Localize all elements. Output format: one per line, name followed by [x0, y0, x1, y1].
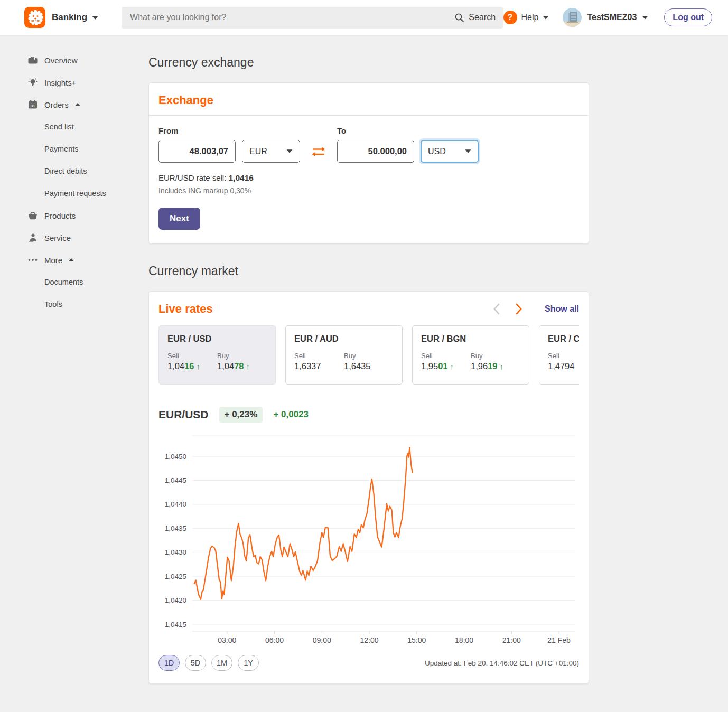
sidebar-item-label: Orders	[44, 100, 69, 109]
page-title: Currency exchange	[148, 55, 589, 70]
sidebar-item-insights[interactable]: Insights+	[0, 71, 148, 93]
range-1y-button[interactable]: 1Y	[238, 655, 259, 671]
range-5d-button[interactable]: 5D	[185, 655, 206, 671]
lightbulb-icon	[27, 77, 38, 88]
rates-carousel: EUR / USD Sell 1,0416↑ Buy 1,0478↑	[158, 325, 579, 385]
to-currency-value: USD	[428, 147, 446, 156]
svg-text:09:00: 09:00	[313, 636, 331, 644]
swap-currencies-button[interactable]	[300, 140, 337, 163]
up-arrow-icon: ↑	[450, 362, 454, 371]
svg-text:1,0450: 1,0450	[165, 453, 186, 461]
chevron-down-icon	[642, 16, 648, 19]
rate-card-eur-usd[interactable]: EUR / USD Sell 1,0416↑ Buy 1,0478↑	[158, 325, 276, 385]
from-amount-input[interactable]	[158, 140, 236, 163]
from-currency-select[interactable]: EUR	[242, 140, 300, 163]
sidebar-item-orders[interactable]: 31 Orders	[0, 93, 148, 116]
to-currency-select[interactable]: USD	[421, 140, 479, 163]
sidebar-item-send-list[interactable]: Send list	[0, 116, 148, 138]
chevron-down-icon	[465, 149, 471, 153]
banking-menu[interactable]: Banking	[52, 12, 98, 23]
eur-usd-line-chart: 1,04151,04201,04251,04301,04351,04401,04…	[158, 429, 579, 650]
rate-card-eur-bgn[interactable]: EUR / BGN Sell 1,9501↑ Buy 1,9619↑	[412, 325, 529, 385]
rate-value: 1,0416	[229, 173, 254, 182]
sidebar-item-overview[interactable]: Overview	[0, 49, 148, 71]
to-field-group: To USD	[337, 126, 479, 163]
help-menu[interactable]: ? Help	[503, 11, 549, 24]
logout-button[interactable]: Log out	[664, 8, 712, 26]
chevron-right-icon	[515, 303, 522, 315]
swap-arrows-icon	[311, 145, 326, 158]
next-button[interactable]: Next	[158, 208, 200, 230]
sell-caption: Sell	[167, 352, 217, 360]
svg-text:12:00: 12:00	[360, 636, 379, 644]
svg-text:31: 31	[31, 104, 35, 108]
carousel-controls: Show all	[493, 303, 579, 315]
chart-footer: 1D 5D 1M 1Y Updated at: Feb 20, 14:46:02…	[158, 655, 579, 671]
carousel-prev-button[interactable]	[493, 303, 500, 315]
search-icon	[454, 13, 464, 23]
global-search-bar: Search	[122, 7, 503, 29]
svg-text:03:00: 03:00	[218, 636, 236, 644]
from-currency-value: EUR	[249, 147, 267, 156]
sidebar-item-label: Products	[44, 211, 76, 220]
carousel-next-button[interactable]	[515, 303, 522, 315]
svg-text:1,0415: 1,0415	[165, 621, 186, 629]
chevron-down-icon	[287, 149, 293, 153]
sell-caption: Sell	[294, 352, 344, 360]
exchange-form: From EUR	[149, 116, 589, 243]
change-absolute: + 0,0023	[273, 409, 309, 420]
svg-text:1,0440: 1,0440	[165, 500, 186, 508]
sell-caption: Sell	[548, 352, 579, 360]
help-icon: ?	[503, 11, 517, 24]
sidebar-item-label: Tools	[44, 300, 62, 308]
top-navigation-bar: Banking Search ? Help	[0, 0, 728, 35]
exchange-card: Exchange From EUR	[148, 82, 589, 244]
svg-text:06:00: 06:00	[265, 636, 284, 644]
market-section-title: Currency market	[148, 264, 589, 278]
sidebar-item-label: Payment requests	[44, 189, 106, 198]
sidebar-item-label: More	[44, 256, 62, 265]
sell-value: 1,6337	[294, 361, 321, 371]
sidebar-item-documents[interactable]: Documents	[0, 271, 148, 293]
rate-info: EUR/USD rate sell: 1,0416	[158, 173, 578, 183]
svg-text:21:00: 21:00	[502, 636, 521, 644]
to-label: To	[337, 126, 479, 135]
to-amount-input[interactable]	[337, 140, 414, 163]
sell-caption: Sell	[421, 352, 471, 360]
sidebar-item-direct-debits[interactable]: Direct debits	[0, 160, 148, 182]
svg-text:1,0445: 1,0445	[165, 476, 186, 484]
markup-note: Includes ING markup 0,30%	[158, 186, 578, 195]
range-1m-button[interactable]: 1M	[211, 655, 232, 671]
sidebar-item-products[interactable]: Products	[0, 204, 148, 227]
header-actions: ? Help TestSME	[503, 8, 713, 27]
pair-label: EUR / CAD	[548, 334, 579, 344]
show-all-link[interactable]: Show all	[545, 304, 579, 314]
calendar-icon: 31	[27, 99, 38, 110]
buy-value: 1,04	[217, 361, 234, 371]
sidebar-item-more[interactable]: More	[0, 249, 148, 271]
main-content: Currency exchange Exchange From EUR	[148, 35, 589, 684]
search-input[interactable]	[130, 13, 454, 22]
updated-timestamp: Updated at: Feb 20, 14:46:02 CET (UTC +0…	[425, 659, 579, 667]
user-menu[interactable]: TestSMEZ03	[563, 8, 648, 27]
ing-lion-logo[interactable]	[24, 7, 45, 28]
svg-text:15:00: 15:00	[407, 636, 426, 644]
sidebar-item-payment-requests[interactable]: Payment requests	[0, 182, 148, 204]
svg-text:18:00: 18:00	[455, 636, 473, 644]
search-button-label: Search	[469, 13, 496, 22]
pair-label: EUR / USD	[167, 334, 267, 344]
search-button[interactable]: Search	[454, 13, 496, 23]
sidebar-item-label: Send list	[44, 123, 74, 131]
person-icon	[27, 232, 38, 243]
svg-text:1,0420: 1,0420	[165, 596, 186, 604]
from-label: From	[158, 126, 300, 135]
sidebar-item-tools[interactable]: Tools	[0, 293, 148, 315]
range-1d-button[interactable]: 1D	[158, 655, 180, 671]
sidebar-item-service[interactable]: Service	[0, 227, 148, 249]
buy-caption: Buy	[217, 352, 267, 360]
rate-card-eur-aud[interactable]: EUR / AUD Sell 1,6337 Buy 1,6435	[285, 325, 403, 385]
rate-card-eur-cad[interactable]: EUR / CAD Sell 1,4794	[539, 325, 579, 385]
sidebar-item-label: Documents	[44, 278, 83, 286]
sidebar-item-payments[interactable]: Payments	[0, 138, 148, 160]
up-arrow-icon: ↑	[246, 362, 250, 371]
